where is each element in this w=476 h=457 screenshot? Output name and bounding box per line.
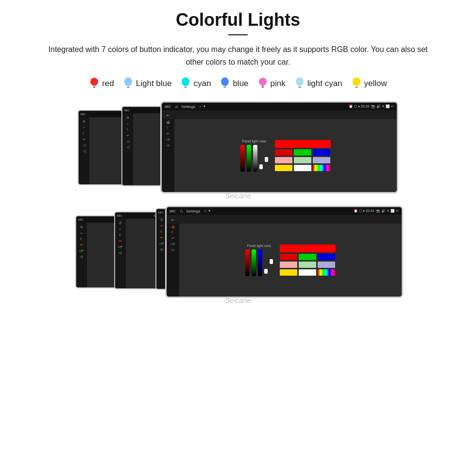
cyan-bulb-icon: [180, 77, 191, 90]
color-label-red: red: [102, 79, 114, 88]
color-item-yellow: yellow: [351, 77, 387, 90]
svg-rect-5: [127, 87, 130, 88]
bottom-screens-group: MIC RST ⌂ ← ☾ ↩ ◁+ ◁- MIC RST ⌂ Setti: [73, 206, 403, 305]
lightcyan-bulb-icon: [294, 77, 305, 90]
svg-rect-2: [93, 87, 95, 88]
yellow-bulb-icon: [351, 77, 362, 90]
blue-bulb-icon: [220, 77, 230, 90]
page: Colorful Lights Integrated with 7 colors…: [0, 0, 476, 457]
title-divider: [228, 34, 248, 35]
color-indicators-row: red Light blue cyan: [89, 77, 387, 90]
top-screens-group: MIC RST ⌂ ← ☾ ↩ ◁ ◁ MIC RST: [73, 101, 403, 201]
red-bulb-icon: [89, 77, 100, 90]
svg-rect-13: [261, 86, 264, 87]
svg-rect-1: [93, 86, 96, 87]
color-label-pink: pink: [271, 79, 286, 88]
description: Integrated with 7 colors of button indic…: [39, 43, 437, 68]
color-item-pink: pink: [257, 77, 286, 90]
svg-rect-8: [184, 87, 187, 88]
color-label-lightblue: Light blue: [136, 79, 172, 88]
svg-rect-14: [262, 87, 264, 88]
page-title: Colorful Lights: [176, 10, 300, 30]
top-screen-main: MIC ⌂ Settings ☼ ✦ ⏰ ⬡ ♦ 20:24 📷 🔊 ✕ ⬜ ↩…: [160, 101, 398, 193]
color-item-lightblue: Light blue: [123, 77, 172, 90]
color-label-cyan: cyan: [193, 79, 211, 88]
svg-rect-17: [298, 87, 301, 88]
lightblue-bulb-icon: [123, 77, 134, 90]
pink-bulb-icon: [257, 77, 268, 90]
color-label-blue: blue: [233, 79, 248, 88]
panel-label-top: Panel light color: [242, 140, 267, 143]
bot-screen-main: MIC ⌂ Settings ☼ ✦ ⏰ ⬡ ♦ 20:24 📷 🔊 ✕ ⬜ ↩…: [165, 206, 403, 298]
svg-rect-11: [223, 87, 226, 88]
svg-point-0: [90, 78, 98, 86]
color-item-lightcyan: light cyan: [294, 77, 342, 90]
color-item-cyan: cyan: [180, 77, 211, 90]
svg-rect-20: [355, 87, 358, 88]
svg-point-12: [259, 78, 267, 86]
color-item-red: red: [89, 77, 114, 90]
color-item-blue: blue: [220, 77, 248, 90]
color-label-lightcyan: light cyan: [307, 79, 342, 88]
panel-label-bottom: Panel light color: [247, 244, 272, 247]
color-label-yellow: yellow: [364, 79, 387, 88]
